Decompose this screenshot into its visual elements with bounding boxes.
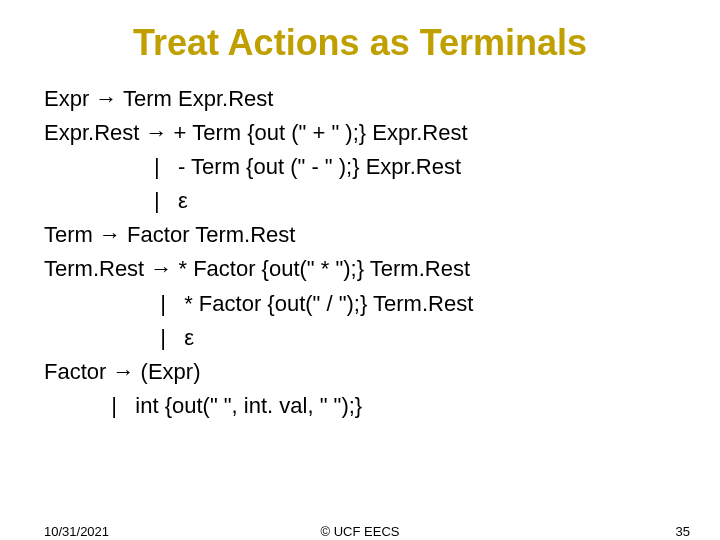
grammar-line: | ε [44, 184, 690, 218]
grammar-line: Term.Rest → * Factor {out(" * ");} Term.… [44, 252, 690, 286]
footer-page-number: 35 [676, 524, 690, 539]
grammar-line: Factor → (Expr) [44, 355, 690, 389]
slide-body: Expr → Term Expr.Rest Expr.Rest → + Term… [0, 82, 720, 423]
grammar-line: Expr.Rest → + Term {out (" + " );} Expr.… [44, 116, 690, 150]
grammar-line: | * Factor {out(" / ");} Term.Rest [44, 287, 690, 321]
footer-copyright: © UCF EECS [0, 524, 720, 539]
grammar-line: | ε [44, 321, 690, 355]
grammar-line: Expr → Term Expr.Rest [44, 82, 690, 116]
grammar-line: | int {out(" ", int. val, " ");} [44, 389, 690, 423]
grammar-line: | - Term {out (" - " );} Expr.Rest [44, 150, 690, 184]
slide-title: Treat Actions as Terminals [0, 0, 720, 82]
slide: Treat Actions as Terminals Expr → Term E… [0, 0, 720, 540]
grammar-line: Term → Factor Term.Rest [44, 218, 690, 252]
